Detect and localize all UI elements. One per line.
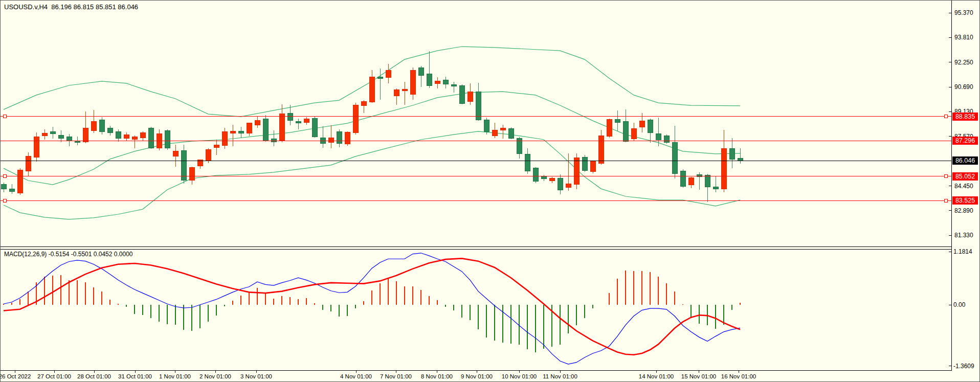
candle-bearish[interactable] xyxy=(508,129,514,139)
candle-bearish[interactable] xyxy=(705,175,710,187)
candle-bullish[interactable] xyxy=(42,133,47,136)
candle-bullish[interactable] xyxy=(500,128,505,130)
candle-bullish[interactable] xyxy=(369,77,374,102)
candle-bearish[interactable] xyxy=(181,151,186,181)
candle-bearish[interactable] xyxy=(533,168,538,182)
candle-bullish[interactable] xyxy=(124,134,129,138)
candle-bullish[interactable] xyxy=(17,170,23,193)
candle-bearish[interactable] xyxy=(287,114,293,121)
candle-bearish[interactable] xyxy=(738,158,743,161)
candle-bearish[interactable] xyxy=(648,120,653,133)
candle-bearish[interactable] xyxy=(377,77,383,79)
candle-bullish[interactable] xyxy=(639,121,644,127)
candle-bullish[interactable] xyxy=(394,90,399,96)
candle-bullish[interactable] xyxy=(34,137,39,158)
candle-bearish[interactable] xyxy=(238,131,243,133)
candle-bullish[interactable] xyxy=(467,92,473,102)
candle-bearish[interactable] xyxy=(484,120,489,132)
candle-bullish[interactable] xyxy=(607,120,612,137)
candle-bullish[interactable] xyxy=(598,136,604,164)
candle-bullish[interactable] xyxy=(140,133,145,138)
candle-bearish[interactable] xyxy=(427,74,432,85)
candle-bearish[interactable] xyxy=(615,120,620,123)
candle-bearish[interactable] xyxy=(443,80,448,84)
candle-bullish[interactable] xyxy=(402,89,407,91)
candle-bearish[interactable] xyxy=(75,141,80,142)
candle-bearish[interactable] xyxy=(418,68,424,75)
candle-bearish[interactable] xyxy=(713,187,718,189)
candle-bullish[interactable] xyxy=(345,132,350,144)
time-axis-border xyxy=(1,370,952,371)
candle-bullish[interactable] xyxy=(304,119,309,122)
line-anchor-marker[interactable] xyxy=(3,199,6,202)
candle-bullish[interactable] xyxy=(566,184,571,188)
candle-bullish[interactable] xyxy=(91,122,96,131)
candle-bearish[interactable] xyxy=(66,137,72,141)
price-axis-line[interactable] xyxy=(951,1,952,370)
line-anchor-marker[interactable] xyxy=(3,115,6,118)
candle-bullish[interactable] xyxy=(410,71,415,95)
line-anchor-marker[interactable] xyxy=(3,175,6,178)
candle-bearish[interactable] xyxy=(296,122,301,123)
candle-bearish[interactable] xyxy=(582,158,587,171)
candle-bullish[interactable] xyxy=(435,81,440,84)
candle-bearish[interactable] xyxy=(99,120,104,132)
candle-bullish[interactable] xyxy=(386,71,391,78)
candle-bullish[interactable] xyxy=(631,129,636,139)
price-tick-label: 82.890 xyxy=(954,207,973,214)
candle-bearish[interactable] xyxy=(664,136,669,143)
candle-bullish[interactable] xyxy=(26,156,31,171)
candle-bullish[interactable] xyxy=(214,145,219,148)
candle-bearish[interactable] xyxy=(271,139,276,142)
candle-bullish[interactable] xyxy=(206,150,211,161)
candle-bullish[interactable] xyxy=(83,128,88,142)
line-anchor-marker[interactable] xyxy=(944,115,947,118)
candle-bullish[interactable] xyxy=(222,132,227,146)
candle-bullish[interactable] xyxy=(173,151,178,156)
candle-bearish[interactable] xyxy=(525,154,530,171)
candle-bearish[interactable] xyxy=(459,86,464,104)
candle-bullish[interactable] xyxy=(590,162,595,172)
candle-bearish[interactable] xyxy=(312,118,317,137)
candle-bullish[interactable] xyxy=(688,178,694,185)
candle-bearish[interactable] xyxy=(116,132,121,139)
candle-bearish[interactable] xyxy=(680,171,685,187)
macd-indicator-pane[interactable] xyxy=(1,249,951,370)
candle-bullish[interactable] xyxy=(279,114,284,140)
candle-bullish[interactable] xyxy=(247,123,252,133)
candle-bearish[interactable] xyxy=(107,128,113,133)
candle-bearish[interactable] xyxy=(541,176,546,179)
candle-bearish[interactable] xyxy=(1,184,6,189)
candle-bullish[interactable] xyxy=(492,130,497,136)
price-chart-pane[interactable] xyxy=(1,1,951,246)
candle-bullish[interactable] xyxy=(721,149,726,189)
candle-bearish[interactable] xyxy=(9,189,14,192)
candle-bullish[interactable] xyxy=(353,105,358,132)
candle-bullish[interactable] xyxy=(328,138,333,143)
candle-bullish[interactable] xyxy=(574,158,579,185)
candle-bullish[interactable] xyxy=(189,168,194,181)
candle-bearish[interactable] xyxy=(451,84,456,86)
candle-bearish[interactable] xyxy=(476,92,481,120)
candle-bullish[interactable] xyxy=(230,131,235,133)
candle-bearish[interactable] xyxy=(148,128,153,148)
candle-bearish[interactable] xyxy=(656,134,661,140)
candle-bearish[interactable] xyxy=(263,119,268,141)
candle-bearish[interactable] xyxy=(50,132,55,134)
candle-bearish[interactable] xyxy=(58,136,63,139)
macd-tick-label: 0.00 xyxy=(953,301,965,308)
candle-bearish[interactable] xyxy=(165,131,170,148)
pane-separator-top[interactable] xyxy=(1,246,952,247)
candle-bullish[interactable] xyxy=(132,137,137,140)
candle-bearish[interactable] xyxy=(558,178,563,190)
line-anchor-marker[interactable] xyxy=(944,175,947,178)
date-tick-label: 7 Nov 01:00 xyxy=(380,373,412,379)
candle-bullish[interactable] xyxy=(549,178,554,181)
candle-bearish[interactable] xyxy=(337,132,342,144)
candle-bullish[interactable] xyxy=(255,120,260,125)
candle-bullish[interactable] xyxy=(361,102,366,106)
candle-bearish[interactable] xyxy=(672,143,677,174)
candle-bearish[interactable] xyxy=(623,122,628,142)
candle-bearish[interactable] xyxy=(729,149,734,160)
line-anchor-marker[interactable] xyxy=(944,199,947,202)
